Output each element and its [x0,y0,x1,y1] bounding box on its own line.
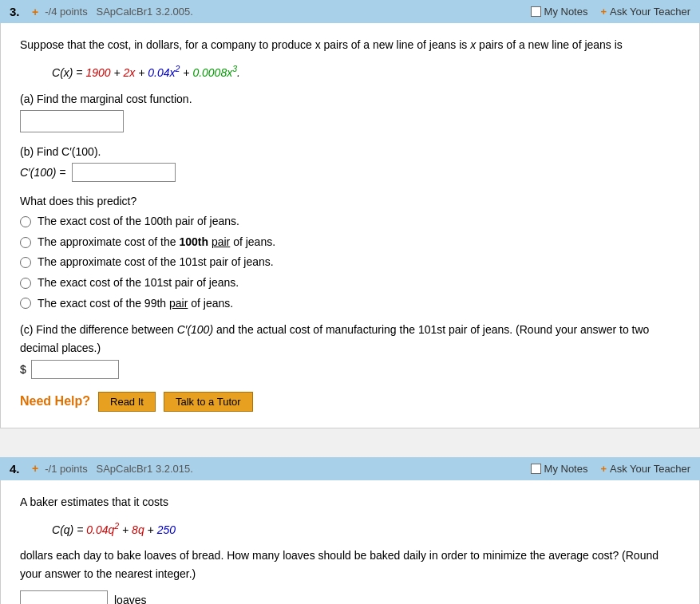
part-c-text: (c) Find the difference between C′(100) … [20,321,680,357]
question-3-number: 3. [10,5,26,18]
radio-option-0[interactable]: The exact cost of the 100th pair of jean… [20,214,680,230]
formula-3: C(x) = 1900 + 2x + 0.04x2 + 0.0008x3. [52,61,680,83]
read-it-button[interactable]: Read It [98,392,156,412]
loaves-input[interactable] [20,590,108,604]
radio-circle-4[interactable] [20,298,31,309]
formula-4: C(q) = 0.04q2 + 8q + 250 [52,519,680,540]
radio-option-3[interactable]: The exact cost of the 101st pair of jean… [20,275,680,291]
header-right-4: My Notes + Ask Your Teacher [531,463,690,475]
my-notes-3[interactable]: My Notes [531,6,588,18]
question-4-points: -/1 points SApCalcBr1 3.2.015. [45,463,193,475]
plus-icon-4: + [32,462,38,475]
radio-group-3: The exact cost of the 100th pair of jean… [20,214,680,311]
ask-plus-icon-4: + [600,463,607,475]
problem-intro-3: Suppose that the cost, in dollars, for a… [20,36,680,53]
header-right-3: My Notes + Ask Your Teacher [531,6,690,18]
notes-checkbox-4[interactable] [531,464,541,474]
part-b-label: (b) Find C′(100). [20,145,680,158]
my-notes-4[interactable]: My Notes [531,463,588,475]
part-b-input[interactable] [72,163,176,182]
ask-teacher-3[interactable]: + Ask Your Teacher [600,6,690,18]
ask-plus-icon-3: + [600,6,607,18]
part-a-label: (a) Find the marginal cost function. [20,93,680,105]
part-c-input[interactable] [31,360,119,379]
problem-intro-4: A baker estimates that it costs [20,493,680,511]
question-4: 4. + -/1 points SApCalcBr1 3.2.015. My N… [0,457,700,604]
question-4-header: 4. + -/1 points SApCalcBr1 3.2.015. My N… [0,457,700,480]
predict-label: What does this predict? [20,195,680,207]
question-3-body: Suppose that the cost, in dollars, for a… [0,23,700,428]
part-a-input[interactable] [20,110,124,132]
part-b-row: C′(100) = [20,163,680,182]
question-3-header: 3. + -/4 points SApCalcBr1 3.2.005. My N… [0,0,700,23]
talk-tutor-button[interactable]: Talk to a Tutor [164,392,253,412]
loaves-row: loaves [20,590,680,604]
question-4-body: A baker estimates that it costs C(q) = 0… [0,480,700,604]
radio-circle-1[interactable] [20,237,31,248]
need-help-3: Need Help? Read It Talk to a Tutor [20,392,680,412]
plus-icon-3: + [32,6,38,18]
radio-circle-3[interactable] [20,278,31,289]
question-4-number: 4. [10,462,26,476]
question-3-points: -/4 points SApCalcBr1 3.2.005. [45,6,193,18]
problem-outro-4: dollars each day to bake loaves of bread… [20,547,680,582]
dollar-row: $ [20,360,680,379]
radio-option-1[interactable]: The approximate cost of the 100th pair o… [20,235,680,251]
radio-circle-0[interactable] [20,216,31,227]
radio-option-2[interactable]: The approximate cost of the 101st pair o… [20,255,680,270]
question-3: 3. + -/4 points SApCalcBr1 3.2.005. My N… [0,0,700,428]
ask-teacher-4[interactable]: + Ask Your Teacher [600,463,690,475]
notes-checkbox-3[interactable] [531,6,541,17]
need-help-label-3: Need Help? [20,394,90,409]
radio-circle-2[interactable] [20,257,31,268]
radio-option-4[interactable]: The exact cost of the 99th pair of jeans… [20,296,680,312]
spacer [0,443,700,457]
